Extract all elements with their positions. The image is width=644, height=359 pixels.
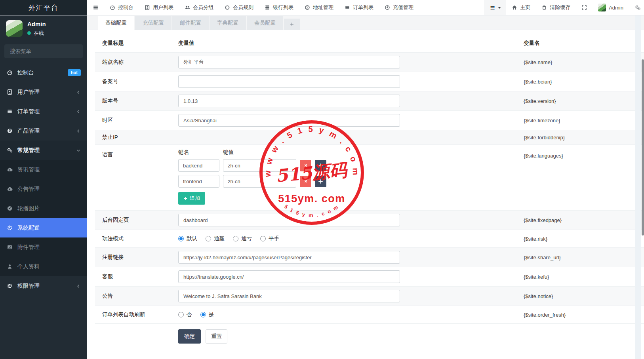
language-value-input[interactable] (223, 175, 296, 188)
table-header: 变量标题 变量值 变量名 (95, 37, 644, 52)
sidebar-item-profile[interactable]: 个人资料 (0, 257, 87, 276)
chevron-left-icon (76, 129, 81, 133)
fullscreen-button[interactable] (576, 0, 593, 15)
customer-service-input[interactable] (178, 270, 400, 283)
nav-dashboard[interactable]: 控制台 (104, 0, 139, 15)
delete-pair-button[interactable] (300, 160, 311, 171)
append-label: 追加 (190, 195, 200, 202)
radio-icon[interactable] (260, 236, 266, 241)
sidebar-item-label: 常规管理 (17, 147, 40, 154)
clear-cache-label: 清除缓存 (550, 4, 570, 11)
row-var: {$site.kefu} (524, 274, 623, 280)
row-var: {$site.risk} (524, 236, 623, 242)
radio-icon[interactable] (178, 312, 184, 317)
col-header-name: 变量名 (524, 40, 623, 47)
user-menu[interactable]: Admin (593, 0, 629, 15)
radio-icon[interactable] (206, 236, 211, 241)
move-icon (318, 179, 323, 184)
fixed-page-input[interactable] (178, 214, 400, 226)
topbar: 外汇平台 控制台 用户列表 会员分组 会员规则 银行列表 地址管理 (0, 0, 644, 15)
language-key-input[interactable] (178, 159, 219, 172)
sidebar-item-product-management[interactable]: 产品管理 (0, 121, 87, 141)
avatar[interactable] (6, 20, 23, 37)
sidebar: Admin 在线 控制台 hot 用户管理 订单管理 产品管理 常规管理 资讯管… (0, 15, 87, 359)
nav-recharge-management[interactable]: 充值管理 (379, 0, 419, 15)
sidebar-item-announcement-management[interactable]: 公告管理 (0, 179, 87, 199)
nav-label: 会员规则 (233, 4, 253, 11)
gears-icon (6, 147, 13, 153)
row-var: {$site.version} (524, 98, 623, 104)
x-icon (303, 179, 308, 184)
nav-overflow-dropdown[interactable] (484, 0, 506, 15)
nav-user-list[interactable]: 用户列表 (139, 0, 179, 15)
content-scrollbar-track[interactable] (635, 15, 641, 359)
language-key-input[interactable] (178, 175, 219, 188)
row-label: 订单列表自动刷新 (95, 311, 178, 318)
sidebar-item-general-management[interactable]: 常规管理 (0, 141, 87, 160)
delete-pair-button[interactable] (300, 176, 311, 187)
x-icon (303, 163, 308, 168)
nav-label: 银行列表 (273, 4, 293, 11)
nav-order-list[interactable]: 订单列表 (339, 0, 379, 15)
nav-bank-list[interactable]: 银行列表 (259, 0, 299, 15)
tab-dictionary-config[interactable]: 字典配置 (210, 16, 246, 30)
window-scrollbar-thumb[interactable] (642, 59, 644, 236)
clear-cache-button[interactable]: 清除缓存 (536, 0, 576, 15)
row-var: {$site.timezone} (524, 118, 623, 123)
row-label: 站点名称 (95, 59, 178, 66)
add-tab-button[interactable] (284, 19, 300, 30)
form-row-customer-service: 客服 {$site.kefu} (95, 267, 644, 286)
radio-option-all-lose[interactable]: 通亏 (233, 235, 252, 242)
notice-input[interactable] (178, 290, 400, 302)
move-pair-button[interactable] (315, 160, 326, 171)
sidebar-item-news-management[interactable]: 资讯管理 (0, 160, 87, 179)
sidebar-item-user-management[interactable]: 用户管理 (0, 82, 87, 102)
dashboard-icon (110, 5, 115, 10)
sidebar-item-system-config[interactable]: 系统配置 (0, 218, 87, 237)
reset-button[interactable]: 重置 (206, 329, 227, 344)
site-name-input[interactable] (178, 56, 400, 68)
row-var: {$site.order_fresh} (524, 312, 623, 318)
radio-icon[interactable] (233, 236, 238, 241)
move-pair-button[interactable] (315, 176, 326, 187)
circle-icon (225, 5, 230, 10)
tab-basic-config[interactable]: 基础配置 (98, 16, 134, 30)
tab-recharge-config[interactable]: 充值配置 (135, 16, 171, 30)
row-label: 版本号 (95, 97, 178, 104)
menu-search-input[interactable] (9, 48, 81, 55)
nav-member-rules[interactable]: 会员规则 (219, 0, 259, 15)
tab-mail-config[interactable]: 邮件配置 (172, 16, 209, 30)
register-link-input[interactable] (178, 251, 400, 264)
row-var: {$site.languages} (524, 145, 623, 159)
sidebar-item-label: 公告管理 (17, 186, 40, 193)
tab-member-config[interactable]: 会员配置 (247, 16, 283, 30)
radio-option-yes[interactable]: 是 (200, 311, 214, 318)
radio-option-default[interactable]: 默认 (178, 235, 197, 242)
sidebar-item-order-management[interactable]: 订单管理 (0, 102, 87, 121)
radio-label: 通亏 (241, 235, 252, 242)
timezone-input[interactable] (178, 114, 400, 127)
radio-option-draw[interactable]: 平手 (260, 235, 279, 242)
append-pair-button[interactable]: 追加 (178, 192, 205, 205)
language-value-input[interactable] (223, 159, 296, 172)
sidebar-toggle-button[interactable] (87, 0, 104, 15)
nav-address-management[interactable]: 地址管理 (299, 0, 339, 15)
radio-checked-icon[interactable] (200, 312, 206, 317)
sidebar-item-attachment-management[interactable]: 附件管理 (0, 237, 87, 257)
nav-member-groups[interactable]: 会员分组 (179, 0, 219, 15)
beian-input[interactable] (178, 75, 400, 88)
row-var: {$site.notice} (524, 293, 623, 299)
radio-checked-icon[interactable] (178, 236, 184, 241)
submit-button[interactable]: 确定 (178, 329, 201, 344)
radio-option-all-win[interactable]: 通赢 (206, 235, 225, 242)
person-icon (6, 264, 13, 270)
home-button[interactable]: 主页 (506, 0, 536, 15)
radio-option-no[interactable]: 否 (178, 311, 192, 318)
sidebar-item-permission-management[interactable]: 权限管理 (0, 276, 87, 296)
sidebar-item-label: 轮播图片 (17, 205, 40, 212)
version-input[interactable] (178, 95, 400, 107)
chevron-down-icon (76, 148, 81, 153)
settings-button[interactable] (629, 0, 644, 15)
sidebar-item-dashboard[interactable]: 控制台 hot (0, 63, 87, 82)
sidebar-item-carousel-images[interactable]: 轮播图片 (0, 199, 87, 218)
